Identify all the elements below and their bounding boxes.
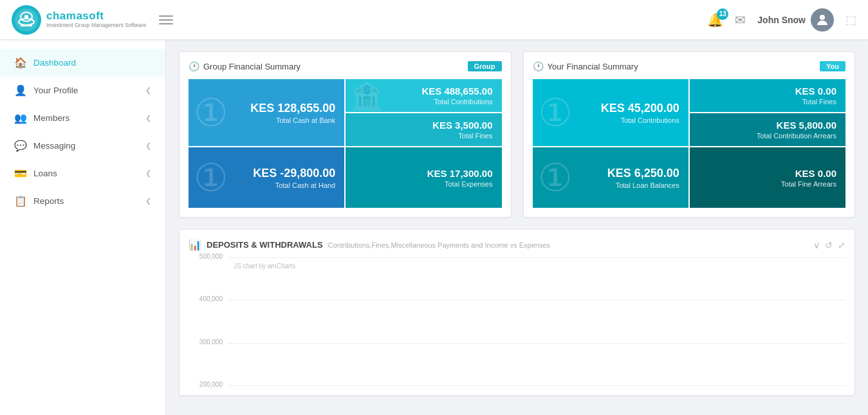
you-tag: You (820, 61, 845, 71)
chart-title: DEPOSITS & WITHDRAWALS (207, 240, 323, 250)
logo-text: chamasoft Investment Group Management So… (46, 10, 146, 28)
svg-point-3 (24, 15, 28, 19)
members-icon: 👥 (14, 112, 26, 124)
your-fine-arrears-cell: KES 0.00 Total Fine Arrears (690, 147, 845, 208)
logo-name: chamasoft (46, 10, 146, 23)
sidebar-item-members[interactable]: 👥 Members ❮ (0, 104, 165, 132)
bar-chart-area: 500,000 400,000 300,000 200,000 (189, 257, 845, 386)
loans-icon: 💳 (14, 167, 26, 180)
group-contributions-cell: 🏦 KES 488,655.00 Total Contributions (346, 79, 501, 112)
chevron-icon: ❮ (145, 169, 151, 178)
messaging-icon: 💬 (14, 140, 26, 152)
group-cash-bank-cell: ① KES 128,655.00 Total Cash at Bank (189, 79, 344, 146)
header-right: 🔔 13 ✉ John Snow ⬚ (707, 8, 856, 32)
sidebar-item-dashboard[interactable]: 🏠 Dashboard (0, 49, 165, 77)
sidebar-item-loans[interactable]: 💳 Loans ❮ (0, 160, 165, 187)
chart-note: JS chart by amCharts (234, 263, 295, 270)
logout-icon[interactable]: ⬚ (845, 13, 856, 27)
user-name: John Snow (757, 15, 806, 25)
y-label-300k: 300,000 (185, 338, 223, 346)
chevron-icon: ❮ (145, 114, 151, 122)
main-content: 🕐 Group Financial Summary Group ① KES 12… (166, 40, 868, 415)
your-card-header: 🕐 Your Financial Summary You (533, 61, 846, 71)
group-tag: Group (468, 61, 502, 71)
refresh-chart-button[interactable]: ↺ (825, 240, 833, 250)
mail-icon[interactable]: ✉ (735, 12, 746, 28)
sidebar-label-profile: Your Profile (33, 86, 78, 95)
clock-icon: 🕐 (189, 61, 199, 71)
your-card-title: 🕐 Your Financial Summary (533, 61, 638, 71)
your-contribution-arrears-cell: KES 5,800.00 Total Contribution Arrears (690, 113, 845, 146)
chart-controls: ∨ ↺ ⤢ (813, 240, 845, 250)
sidebar-label-dashboard: Dashboard (33, 58, 76, 68)
collapse-chart-button[interactable]: ∨ (813, 240, 820, 250)
notifications-bell[interactable]: 🔔 13 (707, 12, 723, 28)
main-layout: 🏠 Dashboard 👤 Your Profile ❮ 👥 Members ❮… (0, 40, 868, 415)
group-fines-cell: KES 3,500.00 Total Fines (346, 113, 501, 146)
chart-subtitle: Contributions,Fines,Miscellaneous Paymen… (328, 241, 550, 249)
logo-icon (12, 5, 41, 35)
group-card-title: 🕐 Group Financial Summary (189, 61, 300, 71)
profile-icon: 👤 (14, 84, 26, 97)
chart-header: 📊 DEPOSITS & WITHDRAWALS Contributions,F… (189, 239, 845, 251)
sidebar-label-messaging: Messaging (33, 141, 75, 151)
group-expenses-cell: KES 17,300.00 Total Expenses (346, 147, 501, 208)
bar-chart-icon: 📊 (189, 239, 201, 251)
y-label-400k: 400,000 (185, 295, 223, 302)
group-financial-summary-card: 🕐 Group Financial Summary Group ① KES 12… (179, 51, 512, 217)
y-label-500k: 500,000 (185, 253, 223, 260)
summary-row: 🕐 Group Financial Summary Group ① KES 12… (179, 51, 855, 217)
chevron-icon: ❮ (145, 197, 151, 205)
your-financial-summary-card: 🕐 Your Financial Summary You ① KES 45,20… (523, 51, 856, 217)
sidebar-item-messaging[interactable]: 💬 Messaging ❮ (0, 132, 165, 160)
logo-subtitle: Investment Group Management Software (46, 23, 146, 28)
app-header: chamasoft Investment Group Management So… (0, 0, 868, 40)
expand-chart-button[interactable]: ⤢ (838, 240, 845, 250)
user-section[interactable]: John Snow (757, 8, 834, 32)
group-card-header: 🕐 Group Financial Summary Group (189, 61, 502, 71)
chart-title-area: 📊 DEPOSITS & WITHDRAWALS Contributions,F… (189, 239, 550, 251)
sidebar-label-loans: Loans (33, 169, 57, 178)
hamburger-menu[interactable] (155, 12, 177, 28)
chevron-icon: ❮ (145, 142, 151, 150)
svg-point-5 (820, 15, 825, 20)
your-fines-cell: KES 0.00 Total Fines (690, 79, 845, 112)
sidebar-item-your-profile[interactable]: 👤 Your Profile ❮ (0, 77, 165, 104)
bars-area (227, 257, 845, 386)
notification-count: 13 (717, 8, 728, 20)
chevron-icon: ❮ (145, 86, 151, 95)
sidebar: 🏠 Dashboard 👤 Your Profile ❮ 👥 Members ❮… (0, 40, 166, 415)
reports-icon: 📋 (14, 195, 26, 207)
user-avatar (811, 8, 834, 32)
home-icon: 🏠 (14, 57, 26, 69)
header-left: chamasoft Investment Group Management So… (12, 5, 177, 35)
your-loan-balances-cell: ① KES 6,250.00 Total Loan Balances (533, 147, 688, 208)
y-label-200k: 200,000 (185, 381, 223, 388)
logo-area: chamasoft Investment Group Management So… (12, 5, 146, 35)
your-contributions-cell: ① KES 45,200.00 Total Contributions (533, 79, 688, 146)
sidebar-item-reports[interactable]: 📋 Reports ❮ (0, 187, 165, 215)
deposits-withdrawals-chart-card: 📊 DEPOSITS & WITHDRAWALS Contributions,F… (179, 229, 855, 396)
group-cash-hand-cell: ① KES -29,800.00 Total Cash at Hand (189, 147, 344, 208)
sidebar-label-members: Members (33, 113, 69, 123)
sidebar-label-reports: Reports (33, 196, 64, 206)
clock-icon2: 🕐 (533, 61, 544, 71)
